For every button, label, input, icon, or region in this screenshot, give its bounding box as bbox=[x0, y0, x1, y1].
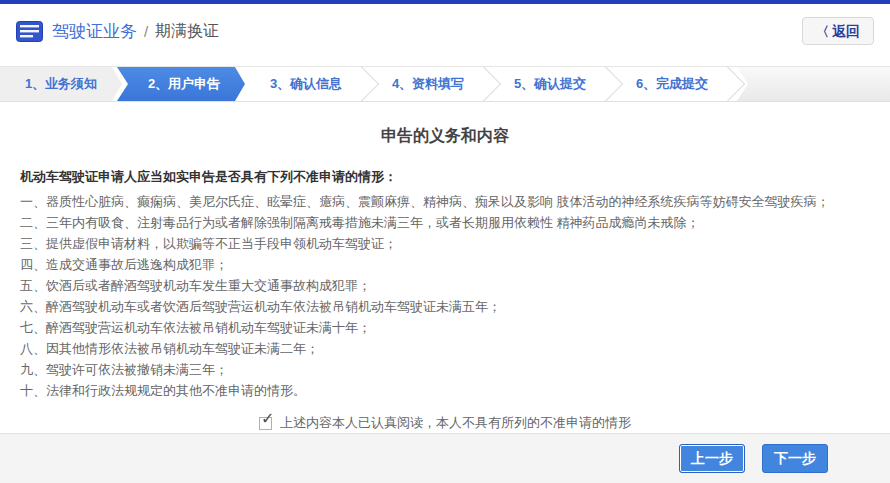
notice-item: 六、醉酒驾驶机动车或者饮酒后驾驶营运机动车依法被吊销机动车驾驶证未满五年； bbox=[20, 296, 870, 317]
notice-item: 十、法律和行政法规规定的其他不准申请的情形。 bbox=[20, 380, 870, 401]
step-label: 5、确认提交 bbox=[514, 75, 586, 93]
agree-label: 上述内容本人已认真阅读，本人不具有所列的不准申请的情形 bbox=[280, 414, 631, 432]
step-5-confirm-submit[interactable]: 5、确认提交 bbox=[489, 67, 611, 101]
wizard-filler bbox=[737, 67, 890, 101]
breadcrumb-separator: / bbox=[144, 23, 148, 40]
notice-item: 一、器质性心脏病、癫痫病、美尼尔氏症、眩晕症、癔病、震颤麻痹、精神病、痴呆以及影… bbox=[20, 191, 870, 212]
notice-item: 三、提供虚假申请材料，以欺骗等不正当手段申领机动车驾驶证； bbox=[20, 233, 870, 254]
page-title: 申告的义务和内容 bbox=[0, 126, 890, 147]
notice-item: 九、驾驶许可依法被撤销未满三年； bbox=[20, 359, 870, 380]
step-label: 3、确认信息 bbox=[270, 75, 342, 93]
notice-item: 七、醉酒驾驶营运机动车依法被吊销机动车驾驶证未满十年； bbox=[20, 317, 870, 338]
step-label: 4、资料填写 bbox=[392, 75, 464, 93]
next-step-button[interactable]: 下一步 bbox=[762, 444, 828, 473]
license-form-icon bbox=[16, 21, 43, 42]
agree-checkbox[interactable]: ✓ bbox=[259, 417, 272, 430]
notice-item: 八、因其他情形依法被吊销机动车驾驶证未满二年； bbox=[20, 338, 870, 359]
step-4-fill-materials[interactable]: 4、资料填写 bbox=[367, 67, 489, 101]
breadcrumb-root[interactable]: 驾驶证业务 bbox=[52, 20, 137, 43]
breadcrumb-current: 期满换证 bbox=[155, 21, 219, 42]
step-label: 1、业务须知 bbox=[25, 75, 97, 93]
agreement-row: ✓ 上述内容本人已认真阅读，本人不具有所列的不准申请的情形 bbox=[0, 414, 890, 432]
footer-bar: 上一步 下一步 bbox=[0, 433, 890, 483]
step-label: 2、用户申告 bbox=[148, 75, 220, 93]
back-chevron-icon: 〈 bbox=[816, 25, 829, 38]
notice-item: 二、三年内有吸食、注射毒品行为或者解除强制隔离戒毒措施未满三年，或者长期服用依赖… bbox=[20, 212, 870, 233]
header: 驾驶证业务 / 期满换证 〈 返回 bbox=[0, 4, 890, 58]
step-wizard: 1、业务须知 2、用户申告 3、确认信息 4、资料填写 5、确认提交 6、完成提… bbox=[0, 66, 890, 102]
step-2-user-declaration[interactable]: 2、用户申告 bbox=[117, 67, 245, 101]
declaration-notice: 机动车驾驶证申请人应当如实申告是否具有下列不准申请的情形： 一、器质性心脏病、癫… bbox=[0, 167, 890, 401]
checkmark-icon: ✓ bbox=[261, 411, 274, 427]
step-6-finish-submit[interactable]: 6、完成提交 bbox=[611, 67, 733, 101]
notice-intro: 机动车驾驶证申请人应当如实申告是否具有下列不准申请的情形： bbox=[20, 167, 870, 187]
notice-item: 五、饮酒后或者醉酒驾驶机动车发生重大交通事故构成犯罪； bbox=[20, 275, 870, 296]
previous-step-button[interactable]: 上一步 bbox=[679, 444, 745, 473]
back-button[interactable]: 〈 返回 bbox=[802, 17, 874, 45]
step-1-business-notice[interactable]: 1、业务须知 bbox=[0, 67, 122, 101]
step-3-confirm-info[interactable]: 3、确认信息 bbox=[245, 67, 367, 101]
back-button-label: 返回 bbox=[832, 24, 860, 38]
step-label: 6、完成提交 bbox=[636, 75, 708, 93]
notice-item: 四、造成交通事故后逃逸构成犯罪； bbox=[20, 254, 870, 275]
